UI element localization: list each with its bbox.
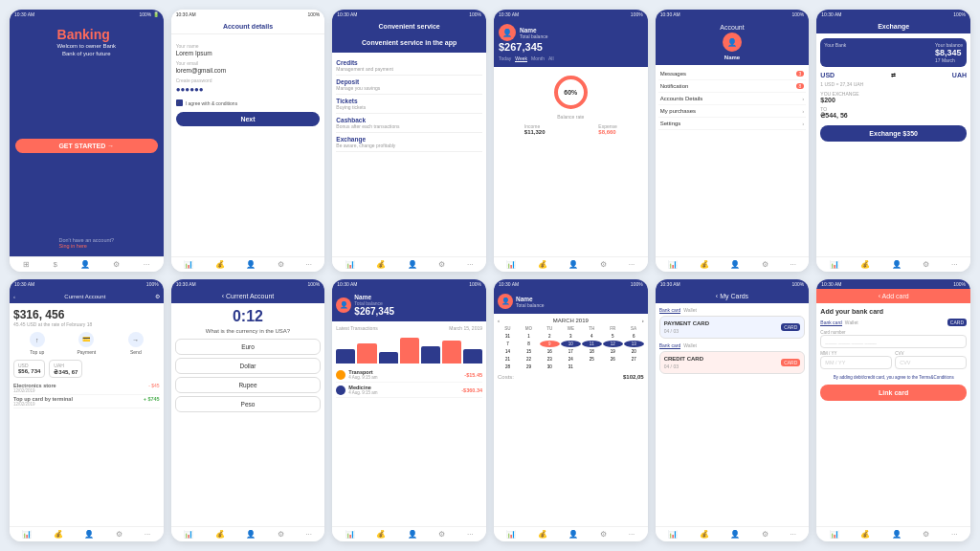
nav-8c[interactable]: 👤	[246, 530, 256, 539]
nav-12b[interactable]: 💰	[860, 530, 870, 539]
nav-11b[interactable]: 💰	[700, 530, 709, 539]
nav-6a[interactable]: 📊	[830, 260, 839, 269]
nav-home-icon[interactable]: ⊞	[23, 260, 30, 269]
nav-7b[interactable]: 💰	[54, 530, 63, 539]
nav-5a[interactable]: 📊	[668, 260, 678, 269]
nav-12d[interactable]: ⚙	[923, 530, 929, 539]
action-payment[interactable]: 💳 Payment	[77, 332, 96, 355]
nav-9c[interactable]: 👤	[408, 530, 417, 539]
nav-icon-3b[interactable]: 💰	[376, 260, 386, 269]
transaction-1[interactable]: Electronics store 12/02/2019 - $45	[13, 382, 160, 395]
trans-transport[interactable]: Transport 4 Aug. 9:15 am -$15.45	[336, 367, 482, 383]
nav-10b[interactable]: 💰	[538, 530, 547, 539]
nav-12a[interactable]: 📊	[830, 530, 839, 539]
nav-gear-icon[interactable]: ⚙	[113, 260, 120, 269]
tab-wallet-2[interactable]: Wallet	[683, 342, 697, 349]
nav-5e[interactable]: ···	[790, 260, 796, 269]
nav-dots-icon[interactable]: ···	[305, 260, 312, 269]
tab-today[interactable]: Today	[499, 55, 511, 62]
service-deposit[interactable]: Deposit Manage you savings	[336, 76, 482, 95]
option-dollar[interactable]: Dollar	[175, 358, 322, 374]
option-euro[interactable]: Euro	[175, 339, 322, 355]
nav-8b[interactable]: 💰	[215, 530, 225, 539]
nav-6b[interactable]: 💰	[860, 260, 870, 269]
tab-wallet-1[interactable]: Wallet	[683, 307, 697, 314]
bank-card-tab-12[interactable]: Bank card	[820, 320, 842, 326]
tab-bank-card-2[interactable]: Bank card	[659, 342, 681, 349]
service-tickets[interactable]: Tickets Buying tickets	[336, 95, 482, 114]
nav-icon-3d[interactable]: ⚙	[438, 260, 445, 269]
nav-9b[interactable]: 💰	[376, 530, 386, 539]
service-cashback[interactable]: Cashback Bonus after each transactions	[336, 114, 482, 133]
nav-4c[interactable]: 👤	[568, 260, 578, 269]
card-number-input[interactable]: ____ ____ ____ ____	[820, 335, 967, 348]
nav-user-icon-2[interactable]: 👤	[246, 260, 256, 269]
nav-coin-icon[interactable]: 💰	[215, 260, 225, 269]
terms-link[interactable]: Terms&Conditions	[919, 375, 954, 380]
option-rupee[interactable]: Rupee	[175, 377, 322, 393]
menu-accounts[interactable]: Accounts Details ›	[658, 93, 807, 105]
nav-icon-3c[interactable]: 👤	[408, 260, 417, 269]
exchange-button[interactable]: Exchange $350	[820, 125, 967, 142]
nav-10a[interactable]: 📊	[506, 530, 516, 539]
nav-8d[interactable]: ⚙	[278, 530, 284, 539]
nav-9e[interactable]: ···	[467, 530, 474, 539]
action-send[interactable]: → Send	[128, 332, 144, 355]
nav-11a[interactable]: 📊	[668, 530, 678, 539]
tab-bank-card-1[interactable]: Bank card	[659, 307, 681, 314]
tab-week[interactable]: Week	[515, 55, 527, 62]
action-topup[interactable]: ↑ Top up	[30, 332, 45, 355]
nav-12e[interactable]: ···	[951, 530, 958, 539]
nav-4a[interactable]: 📊	[506, 260, 516, 269]
credit-card[interactable]: CREDIT CARD 04 / 03 CARD	[659, 351, 806, 374]
nav-6c[interactable]: 👤	[892, 260, 902, 269]
menu-notification[interactable]: Notification 8	[658, 80, 807, 93]
nav-12c[interactable]: 👤	[892, 530, 902, 539]
transaction-2[interactable]: Top up card by terminal 12/02/2019 + $74…	[13, 395, 160, 408]
nav-9a[interactable]: 📊	[345, 530, 355, 539]
nav-5c[interactable]: 👤	[730, 260, 740, 269]
nav-7c[interactable]: 👤	[84, 530, 94, 539]
nav-11c[interactable]: 👤	[730, 530, 740, 539]
nav-5d[interactable]: ⚙	[762, 260, 768, 269]
cvv-input[interactable]: CVV	[895, 356, 967, 369]
nav-5b[interactable]: 💰	[700, 260, 709, 269]
signin-link[interactable]: Sing in here	[59, 243, 87, 249]
trans-medicine[interactable]: Medicine 4 Aug. 9:15 am -$360.34	[336, 383, 482, 398]
agree-checkbox[interactable]: ✓	[176, 99, 183, 106]
nav-7e[interactable]: ···	[145, 530, 151, 539]
nav-4b[interactable]: 💰	[538, 260, 547, 269]
menu-settings[interactable]: Settings ›	[658, 118, 807, 130]
nav-settings-icon[interactable]: ⚙	[278, 260, 284, 269]
nav-8a[interactable]: 📊	[184, 530, 193, 539]
payment-card[interactable]: PAYMENT CARD 04 / 03 CARD	[659, 316, 806, 339]
link-card-button[interactable]: Link card	[820, 385, 967, 401]
nav-11d[interactable]: ⚙	[762, 530, 768, 539]
nav-more-icon[interactable]: ···	[144, 260, 150, 269]
nav-6e[interactable]: ···	[951, 260, 958, 269]
wallet-tab-12[interactable]: Wallet	[845, 320, 858, 325]
nav-dollar-icon[interactable]: $	[53, 260, 56, 269]
service-exchange[interactable]: Exchange Be aware, change profitably	[336, 133, 482, 152]
get-started-button[interactable]: GET STARTED →	[15, 139, 158, 153]
nav-icon-3e[interactable]: ···	[467, 260, 474, 269]
nav-4d[interactable]: ⚙	[600, 260, 607, 269]
nav-chart-icon[interactable]: 📊	[184, 260, 193, 269]
nav-4e[interactable]: ···	[629, 260, 635, 269]
nav-11e[interactable]: ···	[790, 530, 796, 539]
next-month-btn[interactable]: ›	[642, 318, 644, 323]
nav-10e[interactable]: ···	[629, 530, 635, 539]
nav-icon-3a[interactable]: 📊	[345, 260, 355, 269]
nav-user-icon[interactable]: 👤	[80, 260, 90, 269]
menu-messages[interactable]: Messages 3	[658, 68, 807, 80]
nav-10d[interactable]: ⚙	[600, 530, 607, 539]
nav-9d[interactable]: ⚙	[438, 530, 445, 539]
menu-purchases[interactable]: My purchases ›	[658, 105, 807, 118]
mm-yy-input[interactable]: MM / YY	[820, 356, 892, 369]
option-peso[interactable]: Peso	[175, 396, 322, 412]
nav-7d[interactable]: ⚙	[116, 530, 122, 539]
service-credits[interactable]: Credits Management and payment	[336, 56, 482, 76]
next-button[interactable]: Next	[176, 112, 321, 126]
nav-8e[interactable]: ···	[305, 530, 312, 539]
tab-month[interactable]: Month	[531, 55, 545, 62]
